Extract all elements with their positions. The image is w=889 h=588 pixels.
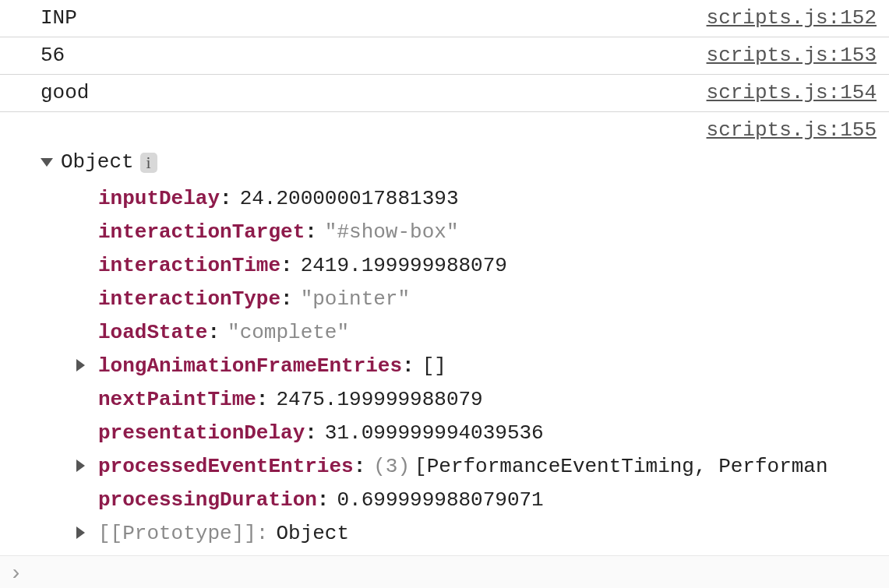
- property-key: inputDelay: [98, 184, 220, 214]
- console-prompt[interactable]: ›: [0, 555, 889, 588]
- property-value: "pointer": [301, 284, 410, 315]
- property-row[interactable]: inputDelay: 24.200000017881393: [76, 182, 877, 216]
- property-key: [[Prototype]]: [98, 519, 256, 549]
- log-message: good: [41, 78, 89, 108]
- info-icon[interactable]: i: [140, 153, 157, 173]
- property-value: "#show-box": [325, 217, 459, 248]
- source-link[interactable]: scripts.js:152: [707, 3, 877, 33]
- object-label: Object: [61, 147, 134, 178]
- property-row[interactable]: [[Prototype]]: Object: [76, 517, 877, 551]
- property-row[interactable]: loadState: "complete": [76, 316, 877, 350]
- property-key: interactionTarget: [98, 217, 305, 248]
- property-value: 31.099999994039536: [325, 418, 544, 449]
- console-panel: INP scripts.js:152 56 scripts.js:153 goo…: [0, 0, 889, 588]
- log-message: INP: [41, 3, 77, 33]
- disclosure-triangle-right-icon[interactable]: [76, 459, 85, 472]
- property-key: presentationDelay: [98, 418, 305, 449]
- property-row[interactable]: longAnimationFrameEntries: []: [76, 350, 877, 383]
- property-row[interactable]: presentationDelay: 31.099999994039536: [76, 417, 877, 450]
- console-row[interactable]: scripts.js:155: [0, 112, 889, 146]
- property-row[interactable]: interactionType: "pointer": [76, 283, 877, 316]
- property-key: nextPaintTime: [98, 385, 256, 415]
- array-count: (3): [373, 452, 410, 482]
- property-key: loadState: [98, 318, 207, 348]
- source-link[interactable]: scripts.js:153: [707, 40, 877, 71]
- console-row[interactable]: INP scripts.js:152: [0, 0, 889, 37]
- property-row[interactable]: interactionTime: 2419.199999988079: [76, 249, 877, 283]
- property-key: interactionType: [98, 284, 280, 315]
- property-key: processedEventEntries: [98, 452, 354, 482]
- source-link[interactable]: scripts.js:154: [707, 78, 877, 108]
- console-row[interactable]: good scripts.js:154: [0, 75, 889, 112]
- property-key: processingDuration: [98, 485, 317, 516]
- property-row[interactable]: processingDuration: 0.699999988079071: [76, 484, 877, 517]
- disclosure-triangle-down-icon[interactable]: [41, 158, 53, 167]
- console-row[interactable]: 56 scripts.js:153: [0, 37, 889, 75]
- log-message: 56: [41, 40, 65, 71]
- object-preview: Object i inputDelay: 24.200000017881393 …: [0, 146, 889, 555]
- property-row[interactable]: nextPaintTime: 2475.199999988079: [76, 383, 877, 417]
- property-row[interactable]: processedEventEntries: (3) [PerformanceE…: [76, 450, 877, 484]
- property-value: [PerformanceEventTiming, Performan: [415, 452, 828, 482]
- chevron-right-icon: ›: [9, 558, 23, 589]
- object-header[interactable]: Object i: [41, 147, 877, 178]
- object-properties: inputDelay: 24.200000017881393 interacti…: [41, 178, 877, 551]
- property-value: "complete": [228, 318, 349, 348]
- property-key: interactionTime: [98, 251, 280, 281]
- property-value: Object: [276, 519, 349, 549]
- property-key: longAnimationFrameEntries: [98, 351, 402, 382]
- property-value: 24.200000017881393: [240, 184, 459, 214]
- disclosure-triangle-right-icon[interactable]: [76, 359, 85, 371]
- property-value: []: [422, 351, 446, 382]
- property-value: 0.699999988079071: [337, 485, 543, 516]
- disclosure-triangle-right-icon[interactable]: [76, 526, 85, 539]
- source-link[interactable]: scripts.js:155: [707, 115, 877, 146]
- property-value: 2475.199999988079: [276, 385, 482, 415]
- property-value: 2419.199999988079: [301, 251, 507, 281]
- property-row[interactable]: interactionTarget: "#show-box": [76, 216, 877, 249]
